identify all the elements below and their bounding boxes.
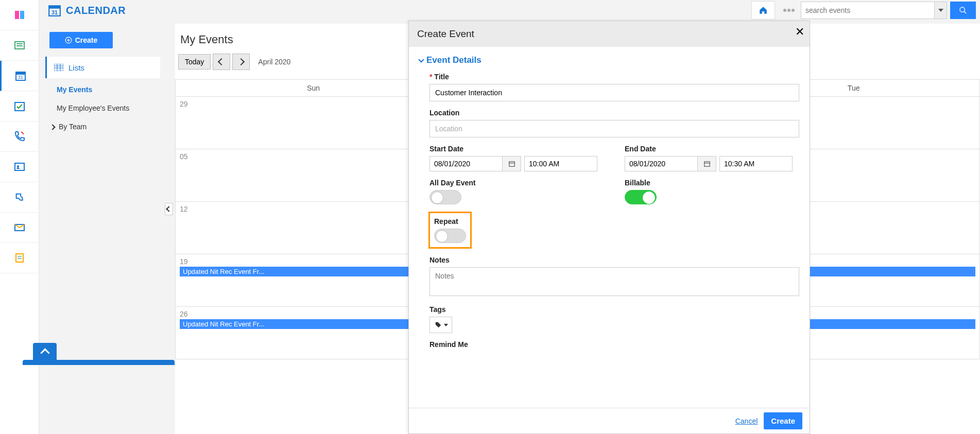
sidebar-item-label: By Team bbox=[59, 123, 87, 131]
notes-input[interactable] bbox=[429, 267, 799, 296]
tags-label: Tags bbox=[429, 305, 799, 314]
home-icon bbox=[759, 6, 768, 15]
dots-icon bbox=[783, 8, 795, 12]
bottom-accent-bar bbox=[23, 360, 175, 365]
rail-item-mail[interactable] bbox=[0, 213, 39, 243]
month-label: April 2020 bbox=[258, 58, 290, 66]
home-button[interactable] bbox=[751, 1, 775, 20]
pin-icon bbox=[13, 191, 26, 203]
tags-button[interactable] bbox=[429, 317, 452, 333]
end-date-picker-button[interactable] bbox=[698, 156, 716, 171]
more-button[interactable] bbox=[777, 1, 801, 20]
tag-icon bbox=[434, 321, 442, 328]
rail-item-tasks[interactable] bbox=[0, 91, 39, 121]
section-toggle-event-details[interactable]: Event Details bbox=[419, 55, 799, 65]
rail-item-phone[interactable] bbox=[0, 121, 39, 152]
all-day-label: All Day Event bbox=[429, 179, 604, 187]
cancel-button[interactable]: Cancel bbox=[735, 417, 758, 425]
header-calendar-icon: 31 bbox=[47, 3, 62, 18]
svg-rect-29 bbox=[509, 162, 514, 166]
svg-point-16 bbox=[783, 9, 786, 12]
book-icon bbox=[13, 9, 26, 21]
svg-rect-10 bbox=[16, 254, 23, 262]
rail-item-book[interactable] bbox=[0, 0, 39, 30]
next-month-button[interactable] bbox=[232, 54, 250, 70]
create-label: Create bbox=[75, 36, 98, 44]
modal-title: Create Event bbox=[417, 28, 474, 40]
remind-label: Remind Me bbox=[429, 340, 799, 349]
news-icon bbox=[13, 39, 26, 51]
svg-text:31: 31 bbox=[18, 75, 23, 80]
calendar-icon bbox=[703, 160, 711, 167]
notes-label: Notes bbox=[429, 256, 799, 264]
tasks-icon bbox=[13, 100, 26, 112]
page-title: CALENDAR bbox=[66, 5, 126, 16]
modal-footer: Cancel Create bbox=[409, 408, 810, 433]
create-submit-button[interactable]: Create bbox=[764, 412, 802, 429]
calendar-icon bbox=[508, 160, 515, 167]
billable-label: Billable bbox=[625, 179, 799, 187]
side-panel: Create Lists My Events My Employee's Eve… bbox=[41, 24, 166, 136]
search-input[interactable] bbox=[801, 2, 935, 19]
end-date-label: End Date bbox=[625, 145, 799, 153]
sidebar-item-my-events[interactable]: My Events bbox=[41, 80, 166, 99]
mail-icon bbox=[13, 221, 26, 234]
notes-icon bbox=[13, 252, 26, 264]
section-label: Event Details bbox=[426, 55, 482, 65]
start-time-input[interactable] bbox=[524, 156, 597, 171]
svg-line-20 bbox=[964, 11, 966, 13]
rail-item-notes[interactable] bbox=[0, 243, 39, 273]
search-icon bbox=[959, 6, 967, 14]
modal-header: Create Event ✕ bbox=[409, 21, 810, 47]
create-button[interactable]: Create bbox=[49, 32, 113, 48]
create-event-modal: Create Event ✕ Event Details Title Locat… bbox=[408, 21, 810, 434]
svg-rect-24 bbox=[54, 64, 63, 71]
today-button[interactable]: Today bbox=[178, 54, 211, 70]
end-date-input[interactable] bbox=[625, 156, 698, 171]
repeat-highlight: Repeat bbox=[428, 212, 472, 249]
lists-label: Lists bbox=[68, 63, 84, 72]
icon-rail: 31 bbox=[0, 0, 39, 434]
end-time-input[interactable] bbox=[719, 156, 793, 171]
calendar-icon: 31 bbox=[14, 70, 27, 82]
event-chip[interactable]: Updated Nit Rec Event Fr... bbox=[180, 267, 447, 276]
svg-point-17 bbox=[787, 9, 790, 12]
grid-icon bbox=[54, 64, 63, 71]
expand-toggle[interactable] bbox=[33, 343, 57, 360]
title-input[interactable] bbox=[429, 84, 799, 101]
prev-month-button[interactable] bbox=[213, 54, 230, 70]
rail-item-pin[interactable] bbox=[0, 182, 39, 213]
svg-rect-7 bbox=[15, 163, 24, 170]
svg-point-19 bbox=[960, 7, 965, 12]
repeat-toggle[interactable] bbox=[434, 229, 466, 243]
contacts-icon bbox=[13, 161, 26, 173]
event-chip[interactable]: Updated Nit Rec Event Fr... bbox=[180, 319, 447, 329]
svg-point-18 bbox=[792, 9, 795, 12]
page-header: 31 CALENDAR bbox=[39, 0, 980, 21]
close-button[interactable]: ✕ bbox=[795, 25, 804, 39]
title-label: Title bbox=[429, 73, 799, 81]
search-button[interactable] bbox=[950, 2, 976, 19]
location-label: Location bbox=[429, 109, 799, 117]
sidebar-item-employee-events[interactable]: My Employee's Events bbox=[41, 99, 166, 117]
search-dropdown[interactable] bbox=[935, 2, 947, 19]
svg-rect-14 bbox=[49, 6, 60, 8]
chevron-down-icon bbox=[444, 324, 448, 326]
location-input[interactable] bbox=[429, 120, 799, 137]
start-date-input[interactable] bbox=[429, 156, 503, 171]
billable-toggle[interactable] bbox=[625, 190, 657, 204]
header-right bbox=[751, 0, 980, 21]
start-date-picker-button[interactable] bbox=[503, 156, 521, 171]
start-date-label: Start Date bbox=[429, 145, 604, 153]
lists-tab[interactable]: Lists bbox=[45, 57, 160, 78]
collapse-handle[interactable] bbox=[165, 203, 173, 215]
rail-item-contacts[interactable] bbox=[0, 152, 39, 182]
svg-point-8 bbox=[17, 165, 19, 167]
modal-body: Event Details Title Location Start Date … bbox=[409, 47, 810, 408]
rail-item-calendar[interactable]: 31 bbox=[0, 61, 39, 91]
chevron-down-icon bbox=[938, 9, 943, 12]
sidebar-item-by-team[interactable]: By Team bbox=[41, 117, 166, 136]
rail-item-news[interactable] bbox=[0, 30, 39, 61]
all-day-toggle[interactable] bbox=[429, 190, 461, 204]
svg-text:31: 31 bbox=[51, 9, 58, 15]
